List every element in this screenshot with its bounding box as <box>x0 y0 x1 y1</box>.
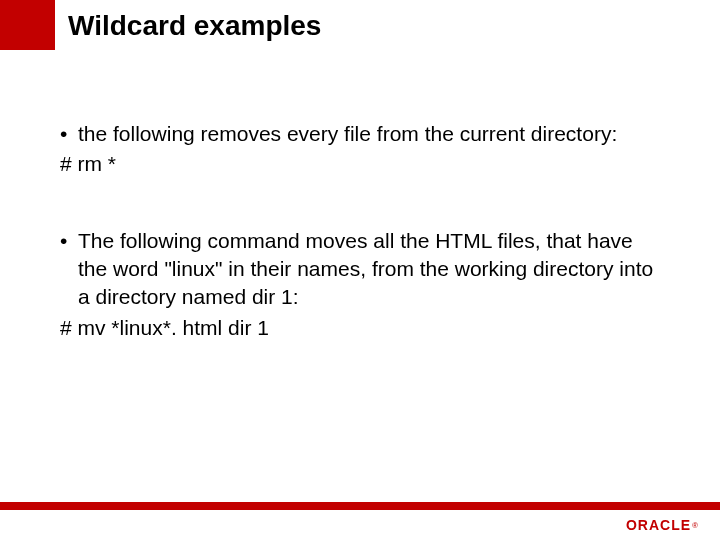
bullet-text: the following removes every file from th… <box>78 120 660 148</box>
header-accent-block <box>0 0 55 50</box>
brand-text: ORACLE <box>626 517 691 533</box>
slide: Wildcard examples • the following remove… <box>0 0 720 540</box>
command-line: # rm * <box>60 150 660 178</box>
slide-title: Wildcard examples <box>68 10 321 42</box>
command-line: # mv *linux*. html dir 1 <box>60 314 660 342</box>
bullet-text: The following command moves all the HTML… <box>78 227 660 312</box>
brand-logo: ORACLE® <box>626 516 698 534</box>
bullet-item: • the following removes every file from … <box>60 120 660 148</box>
footer-bar <box>0 502 720 510</box>
bullet-item: • The following command moves all the HT… <box>60 227 660 312</box>
bullet-marker: • <box>60 227 78 255</box>
registered-mark: ® <box>692 521 698 530</box>
slide-content: • the following removes every file from … <box>60 120 660 342</box>
bullet-marker: • <box>60 120 78 148</box>
